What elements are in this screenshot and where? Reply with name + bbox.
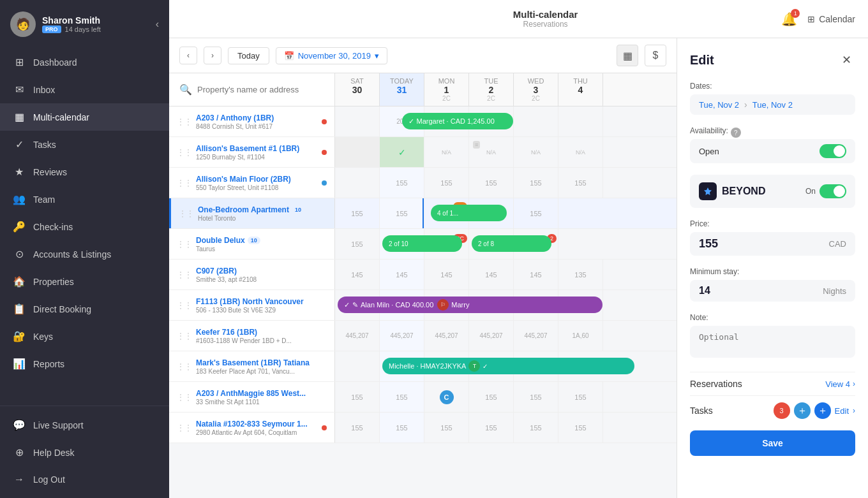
next-button[interactable]: › [204,47,221,64]
day-cell: 155 [469,382,514,412]
sidebar-item-dashboard[interactable]: ⊞ Dashboard [0,48,169,76]
edit-tasks-link[interactable]: Edit [835,406,849,416]
platform-dot [322,180,327,186]
sidebar-item-reviews[interactable]: ★ Reviews [0,158,169,186]
availability-toggle[interactable] [819,144,846,158]
today-button[interactable]: Today [228,47,269,64]
property-cell[interactable]: ⋮⋮ Double Delux 10 Taurus [169,229,335,259]
sidebar-item-reports[interactable]: 📊 Reports [0,350,169,377]
sidebar-item-help-desk[interactable]: ⊕ Help Desk [0,439,169,466]
drag-handle: ⋮⋮ [177,393,192,402]
min-stay-label: Minimum stay: [690,267,855,276]
property-address: Taurus [196,245,327,253]
day-cell: C [424,382,469,412]
grid-view-button[interactable]: ▦ [617,45,638,66]
property-cell[interactable]: ⋮⋮ Mark's Basement (1BR) Tatiana 183 Kee… [169,351,335,381]
inbox-icon: ✉ [13,84,26,96]
sidebar-item-accounts-listings[interactable]: ⊙ Accounts & Listings [0,240,169,268]
property-cell[interactable]: ⋮⋮ Allison's Main Floor (2BR) 550 Taylor… [169,168,335,198]
price-view-button[interactable]: $ [645,45,666,66]
day-cell-today: 155 [380,382,424,412]
day-cell: 155 [335,382,380,412]
calendar-header-row: 🔍 SAT 30 TODAY 31 MON 1 2C [169,73,677,106]
availability-value: Open [699,147,719,156]
day-cell: 135 [558,260,603,289]
calendar-icon: 📅 [284,51,294,61]
sidebar-item-live-support[interactable]: 💬 Live Support [0,411,169,439]
property-cell[interactable]: ⋮⋮ One-Bedroom Apartment 10 Hotel Toront… [169,198,335,228]
prev-button[interactable]: ‹ [179,47,197,64]
check-icon: ✓ [408,117,414,126]
platform-dot [322,425,327,430]
reservation-block[interactable]: 2 of 10 [382,235,462,252]
calendar-view-button[interactable]: ⊞ Calendar [807,14,855,24]
sidebar-item-team[interactable]: 👥 Team [0,186,169,213]
table-row: ⋮⋮ C907 (2BR) Smithe 33, apt #2108 145 1… [169,260,677,290]
property-cell[interactable]: ⋮⋮ Allison's Basement #1 (1BR) 1250 Burn… [169,137,335,167]
reservation-block[interactable]: Michelle · HMAY2JKYKA T ✓ [382,358,634,374]
day-cell-today: 155 [380,168,424,198]
close-button[interactable]: ✕ [837,51,855,69]
task-badge[interactable]: 3 [774,402,790,419]
dashboard-icon: ⊞ [13,56,26,68]
reservation-block[interactable]: ✓ ✎ Alan Miln · CAD 400.00 ⚐ Marry [338,297,602,313]
check-icon: ✓ [344,301,350,309]
price-row: 155 CAD [690,232,855,256]
day-cell: 145 [469,260,514,289]
reservation-block[interactable]: 4 of 1... [431,205,507,221]
help-icon[interactable]: ? [731,128,741,138]
property-cell[interactable]: ⋮⋮ A203 / Anthony (1BR) 8488 Cornish St,… [169,106,335,136]
add-task-button-2[interactable]: ＋ [814,402,831,419]
table-row: ⋮⋮ Keefer 716 (1BR) #1603-1188 W Pender … [169,321,677,351]
avatar: 🧑 [10,11,36,37]
note-input[interactable] [690,326,855,358]
reviews-icon: ★ [13,166,26,178]
reservation-label: 2 of 8 [478,240,494,247]
sidebar-item-inbox[interactable]: ✉ Inbox [0,76,169,103]
sidebar-item-direct-booking[interactable]: 📋 Direct Booking [0,295,169,323]
sidebar-item-log-out[interactable]: → Log Out [0,466,169,493]
sidebar-item-properties[interactable]: 🏠 Properties [0,268,169,295]
table-row: ⋮⋮ Allison's Basement #1 (1BR) 1250 Burn… [169,137,677,168]
task-actions: 3 ＋ ＋ Edit › [774,402,855,419]
property-address: Hotel Toronto [198,215,327,222]
property-cell[interactable]: ⋮⋮ F1113 (1BR) North Vancouver 506 - 133… [169,290,335,320]
property-name: F1113 (1BR) North Vancouver [196,297,327,306]
date-range-selector[interactable]: Tue, Nov 2 › Tue, Nov 2 [690,94,855,115]
day-col-wed: WED 3 2C [514,73,558,106]
view-reservations-link[interactable]: View 4 [825,379,850,389]
user-profile[interactable]: 🧑 Sharon Smith PRO 14 days left [10,11,101,37]
collapse-sidebar-button[interactable]: ‹ [156,18,159,30]
start-date: Tue, Nov 2 [699,100,739,110]
reservation-block[interactable]: ✓ Margaret · CAD 1,245.00 [402,113,514,129]
day-cell: 2 of 8 [469,229,514,259]
date-selector[interactable]: 📅 November 30, 2019 ▾ [276,47,387,64]
property-search-input[interactable] [197,85,324,94]
beyond-section: BEYOND On [690,175,855,208]
day-cell: 445,207 [514,321,558,351]
sidebar-item-check-ins[interactable]: 🔑 Check-ins [0,213,169,240]
availability-label: Availability: [690,126,728,135]
drag-handle: ⋮⋮ [177,179,192,187]
platform-dot [322,119,327,124]
property-cell[interactable]: ⋮⋮ C907 (2BR) Smithe 33, apt #2108 [169,260,335,289]
sidebar-item-multi-calendar[interactable]: ▦ Multi-calendar [0,103,169,131]
reservation-label: Margaret · CAD 1,245.00 [417,117,495,125]
edit-title: Edit [690,53,714,68]
reservation-block[interactable]: 2 of 8 [472,235,551,252]
day-cell: 155 [514,382,558,412]
sidebar-item-tasks[interactable]: ✓ Tasks [0,131,169,158]
property-cell[interactable]: ⋮⋮ Keefer 716 (1BR) #1603-1188 W Pender … [169,321,335,351]
notifications-button[interactable]: 🔔 1 [781,11,797,27]
save-button[interactable]: Save [690,430,855,456]
sidebar-item-label: Multi-calendar [33,112,89,122]
day-cell: 155 [558,168,603,198]
day-cell-today: 155 [380,413,424,443]
beyond-toggle[interactable] [819,184,846,198]
day-col-today: TODAY 31 [380,73,424,106]
day-cell-today: 2 of 10 [380,229,424,259]
add-task-button[interactable]: ＋ [794,402,811,419]
property-cell[interactable]: ⋮⋮ Natalia #1302-833 Seymour 1... 2980 A… [169,413,335,443]
property-cell[interactable]: ⋮⋮ A203 / AnthMaggie 885 West... 33 Smit… [169,382,335,412]
sidebar-item-keys[interactable]: 🔐 Keys [0,323,169,350]
